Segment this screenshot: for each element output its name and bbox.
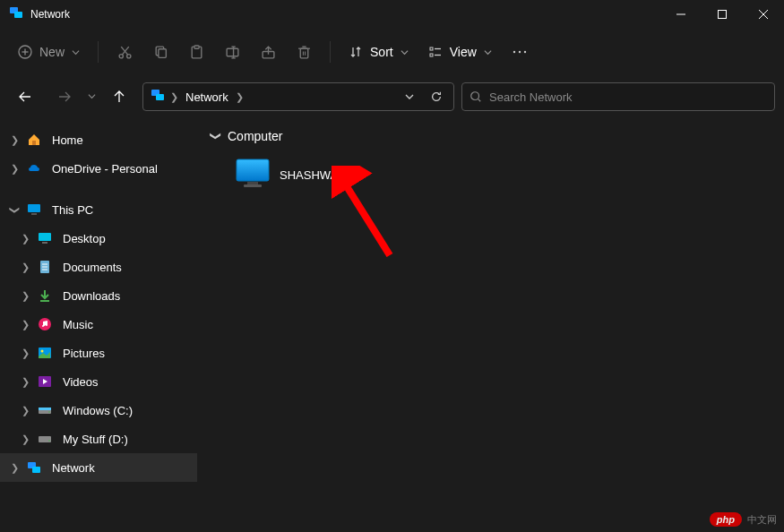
svg-rect-16 — [194, 46, 198, 48]
chevron-right-icon[interactable]: ❯ — [7, 163, 22, 175]
recent-chevron-icon[interactable] — [88, 92, 96, 102]
svg-rect-22 — [300, 48, 308, 58]
refresh-button[interactable] — [423, 84, 450, 109]
sidebar-item-music[interactable]: ❯ Music — [0, 310, 197, 339]
sidebar-item-documents[interactable]: ❯ Documents — [0, 253, 197, 281]
sidebar-item-mystuff-d[interactable]: ❯ My Stuff (D:) — [0, 425, 197, 453]
more-button[interactable] — [503, 36, 537, 68]
home-icon — [25, 131, 43, 149]
svg-point-32 — [519, 51, 521, 53]
svg-rect-35 — [156, 94, 164, 100]
search-input[interactable] — [489, 90, 767, 104]
sidebar-item-network[interactable]: ❯ Network — [0, 453, 197, 482]
chevron-right-icon[interactable]: ❯ — [7, 462, 22, 474]
svg-point-31 — [513, 51, 515, 53]
chevron-right-icon[interactable]: ❯ — [18, 405, 32, 416]
drive-icon — [36, 401, 54, 419]
chevron-right-icon[interactable]: ❯ — [18, 233, 32, 245]
chevron-right-icon[interactable]: ❯ — [18, 290, 32, 302]
copy-button[interactable] — [143, 36, 177, 68]
crumb-separator-icon[interactable]: ❯ — [168, 91, 180, 103]
svg-point-50 — [41, 350, 44, 353]
sidebar-item-thispc[interactable]: ❯ This PC — [0, 195, 197, 224]
maximize-button[interactable] — [702, 0, 743, 29]
sidebar-item-label: Music — [63, 318, 93, 331]
group-header-computer[interactable]: ❯ Computer — [211, 129, 770, 143]
delete-button[interactable] — [287, 36, 321, 68]
desktop-icon — [36, 229, 54, 247]
sidebar-item-windows-c[interactable]: ❯ Windows (C:) — [0, 396, 197, 425]
navigation-sidebar: ❯ Home ❯ OneDrive - Personal ❯ This PC ❯… — [0, 118, 197, 532]
sidebar-item-onedrive[interactable]: ❯ OneDrive - Personal — [0, 154, 197, 183]
navigation-bar: ❯ Network ❯ — [0, 75, 784, 118]
items-grid: SHASHWAT — [211, 152, 770, 197]
search-icon — [470, 90, 482, 103]
network-app-icon — [9, 5, 23, 23]
share-button[interactable] — [251, 36, 285, 68]
svg-point-56 — [48, 440, 50, 442]
pictures-icon — [36, 344, 54, 362]
music-icon — [36, 315, 54, 333]
new-button-label: New — [39, 45, 65, 59]
sort-icon — [349, 45, 363, 59]
new-button[interactable]: New — [9, 39, 89, 64]
breadcrumb-network[interactable]: Network — [180, 87, 234, 107]
svg-rect-14 — [158, 48, 166, 57]
sidebar-item-videos[interactable]: ❯ Videos — [0, 367, 197, 396]
watermark-text: 中文网 — [747, 513, 777, 527]
svg-rect-58 — [32, 467, 40, 473]
sidebar-item-label: Desktop — [63, 232, 106, 245]
chevron-right-icon[interactable]: ❯ — [18, 319, 32, 330]
chevron-right-icon[interactable]: ❯ — [18, 262, 32, 273]
svg-rect-1 — [14, 12, 22, 18]
sidebar-item-home[interactable]: ❯ Home — [0, 125, 197, 154]
close-button[interactable] — [743, 0, 784, 29]
svg-rect-62 — [244, 184, 262, 187]
videos-icon — [36, 373, 54, 390]
computer-icon — [235, 158, 271, 192]
chevron-right-icon[interactable]: ❯ — [18, 433, 32, 445]
onedrive-icon — [25, 159, 43, 177]
sidebar-item-label: Windows (C:) — [63, 404, 133, 417]
chevron-down-icon[interactable]: ❯ — [9, 202, 21, 217]
chevron-right-icon[interactable]: ❯ — [18, 376, 32, 388]
view-label: View — [450, 45, 477, 59]
cut-button[interactable] — [108, 36, 142, 68]
computer-item-shashwat[interactable]: SHASHWAT — [229, 152, 409, 197]
chevron-down-icon — [484, 48, 492, 56]
sidebar-item-label: Pictures — [63, 347, 105, 360]
sidebar-item-label: My Stuff (D:) — [63, 433, 128, 446]
forward-button[interactable] — [48, 81, 81, 113]
up-button[interactable] — [103, 81, 135, 113]
network-location-icon — [151, 88, 165, 106]
svg-rect-41 — [39, 233, 51, 241]
drive-icon — [36, 430, 54, 448]
address-dropdown-button[interactable] — [396, 84, 423, 109]
chevron-right-icon[interactable]: ❯ — [7, 134, 22, 146]
sidebar-item-downloads[interactable]: ❯ Downloads — [0, 281, 197, 310]
chevron-down-icon[interactable]: ❯ — [210, 132, 222, 141]
sort-button[interactable]: Sort — [340, 39, 418, 64]
crumb-separator-icon[interactable]: ❯ — [234, 91, 246, 103]
address-bar[interactable]: ❯ Network ❯ — [142, 82, 454, 111]
window-controls — [660, 0, 784, 29]
svg-line-11 — [122, 47, 128, 55]
chevron-right-icon[interactable]: ❯ — [18, 348, 32, 359]
sidebar-item-pictures[interactable]: ❯ Pictures — [0, 339, 197, 367]
view-icon — [428, 45, 443, 59]
minimize-button[interactable] — [660, 0, 702, 29]
search-bar[interactable] — [461, 82, 775, 111]
sidebar-item-desktop[interactable]: ❯ Desktop — [0, 224, 197, 253]
chevron-down-icon — [401, 48, 409, 56]
back-button[interactable] — [9, 81, 41, 113]
sidebar-item-label: Network — [52, 461, 95, 475]
svg-rect-28 — [430, 54, 433, 56]
network-icon — [25, 459, 43, 476]
main-pane: ❯ Computer SHASHWAT — [197, 118, 784, 532]
svg-rect-60 — [237, 159, 269, 181]
paste-button[interactable] — [179, 36, 213, 68]
view-button[interactable]: View — [419, 39, 501, 64]
sidebar-item-label: This PC — [52, 203, 93, 217]
rename-button[interactable] — [215, 36, 249, 68]
group-header-label: Computer — [228, 129, 282, 143]
